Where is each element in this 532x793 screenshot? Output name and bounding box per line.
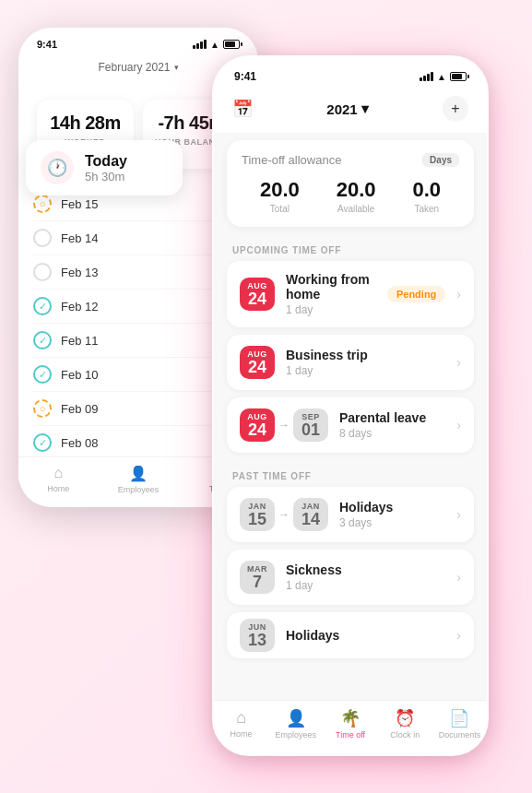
arrow-right-icon: ›	[456, 570, 461, 585]
arrow-right-icon: ›	[456, 287, 461, 302]
back-nav-employees[interactable]: 👤 Employees	[99, 465, 179, 494]
days-badge: Days	[422, 153, 459, 167]
status-icon: ✓	[33, 365, 52, 384]
back-nav-employees-label: Employees	[118, 485, 160, 494]
taken-label: Taken	[412, 204, 441, 214]
item-duration: 1 day	[286, 364, 445, 377]
front-nav-home[interactable]: ⌂ Home	[214, 708, 268, 740]
status-icon	[33, 263, 52, 281]
front-bottom-nav: ⌂ Home 👤 Employees 🌴 Time off ⏰ Clock in…	[214, 700, 487, 754]
item-info: Business trip 1 day	[286, 348, 445, 377]
add-button[interactable]: +	[443, 96, 468, 122]
total-label: Total	[260, 204, 300, 214]
chevron-down-icon: ▾	[361, 101, 369, 117]
end-day: 14	[301, 511, 321, 527]
taken-stat: 0.0 Taken	[412, 178, 441, 214]
today-time: 5h 30m	[85, 170, 127, 183]
front-nav-timeoff-label: Time off	[336, 730, 365, 740]
item-name: Holidays	[339, 500, 445, 515]
back-month[interactable]: February 2021 ▾	[37, 61, 240, 74]
today-card: 🕐 Today 5h 30m	[26, 140, 183, 195]
available-stat: 20.0 Available	[337, 178, 376, 214]
item-duration: 1 day	[286, 579, 445, 592]
status-icon: ✓	[33, 433, 52, 452]
back-status-icons: ▲	[193, 40, 240, 50]
pending-badge: Pending	[387, 286, 445, 302]
past-list: JAN 15 → JAN 14 Holidays 3 days › MAR 7	[214, 487, 487, 658]
start-date-badge: AUG 24	[240, 408, 275, 442]
home-icon: ⌂	[236, 708, 246, 728]
allowance-stats: 20.0 Total 20.0 Available 0.0 Taken	[242, 178, 459, 214]
item-duration: 8 days	[339, 427, 445, 440]
timeoff-item-parental[interactable]: AUG 24 → SEP 01 Parental leave 8 days ›	[227, 397, 474, 453]
start-date-badge: MAR 7	[240, 561, 275, 594]
front-nav-home-label: Home	[231, 729, 253, 739]
employees-icon: 👤	[286, 708, 306, 728]
front-status-bar: 9:41 ▲	[214, 57, 487, 89]
documents-icon: 📄	[449, 708, 469, 728]
item-name: Holidays	[286, 628, 445, 643]
upcoming-section-header: UPCOMING TIME OFF	[214, 234, 487, 261]
list-date: Feb 15	[61, 197, 98, 211]
status-icon	[33, 229, 52, 247]
signal-icon	[193, 40, 207, 49]
item-name: Working from home	[286, 272, 376, 302]
front-nav-clockin[interactable]: ⏰ Clock in	[378, 708, 432, 740]
year-selector[interactable]: 2021 ▾	[326, 101, 368, 117]
end-day: 01	[301, 421, 321, 438]
item-duration: 3 days	[339, 516, 445, 529]
start-day: 7	[247, 574, 267, 590]
list-date: Feb 11	[61, 334, 98, 348]
employees-icon: 👤	[129, 465, 148, 482]
item-name: Business trip	[286, 348, 445, 362]
battery-icon	[450, 72, 467, 81]
start-day: 24	[247, 290, 267, 307]
range-arrow-icon: →	[278, 419, 290, 432]
timeoff-item-holidays1[interactable]: JAN 15 → JAN 14 Holidays 3 days ›	[227, 487, 474, 542]
available-value: 20.0	[337, 178, 376, 202]
back-time: 9:41	[37, 39, 57, 50]
front-phone: 9:41 ▲ 📅 2021 ▾ + Time-off allowance	[212, 55, 489, 756]
today-label: Today	[85, 153, 127, 170]
chevron-down-icon: ▾	[174, 63, 179, 72]
timeoff-item-wfh[interactable]: AUG 24 Working from home 1 day Pending ›	[227, 261, 474, 327]
date-range: JAN 15 → JAN 14	[240, 498, 328, 531]
back-nav-home[interactable]: ⌂ Home	[18, 465, 99, 494]
year-value: 2021	[326, 101, 357, 117]
available-label: Available	[337, 204, 376, 214]
item-name: Sickness	[286, 562, 445, 577]
signal-icon	[420, 72, 433, 81]
start-date-badge: AUG 24	[240, 278, 275, 311]
total-value: 20.0	[260, 178, 300, 202]
item-info: Sickness 1 day	[286, 562, 445, 592]
timeoff-item-holidays2[interactable]: JUN 13 Holidays ›	[227, 612, 474, 658]
start-date-badge: JAN 15	[240, 498, 275, 531]
timeoff-item-sickness[interactable]: MAR 7 Sickness 1 day ›	[227, 550, 474, 605]
list-date: Feb 12	[61, 300, 98, 314]
allowance-title: Time-off allowance	[242, 153, 341, 167]
front-nav-employees[interactable]: 👤 Employees	[268, 708, 323, 740]
battery-icon	[223, 40, 240, 49]
front-nav-employees-label: Employees	[276, 730, 317, 740]
front-status-icons: ▲	[420, 72, 467, 82]
item-duration: 1 day	[286, 303, 376, 316]
list-date: Feb 10	[61, 368, 98, 382]
front-nav-clockin-label: Clock in	[390, 730, 420, 740]
front-header: 📅 2021 ▾ +	[214, 89, 487, 133]
arrow-right-icon: ›	[456, 418, 461, 432]
upcoming-list: AUG 24 Working from home 1 day Pending ›…	[214, 261, 487, 453]
range-arrow-icon: →	[278, 508, 290, 521]
arrow-right-icon: ›	[456, 507, 461, 522]
wifi-icon: ▲	[437, 72, 446, 82]
front-nav-documents[interactable]: 📄 Documents	[432, 708, 487, 740]
list-date: Feb 09	[61, 402, 98, 416]
back-nav-home-label: Home	[47, 484, 69, 493]
calendar-icon[interactable]: 📅	[232, 99, 253, 119]
front-nav-timeoff[interactable]: 🌴 Time off	[323, 708, 377, 740]
past-section-header: PAST TIME OFF	[214, 460, 487, 487]
start-date-badge: JUN 13	[240, 619, 275, 652]
timeoff-item-business[interactable]: AUG 24 Business trip 1 day ›	[227, 335, 474, 390]
total-stat: 20.0 Total	[260, 178, 300, 214]
item-info: Holidays 3 days	[339, 500, 445, 529]
start-date-badge: AUG 24	[240, 346, 275, 379]
